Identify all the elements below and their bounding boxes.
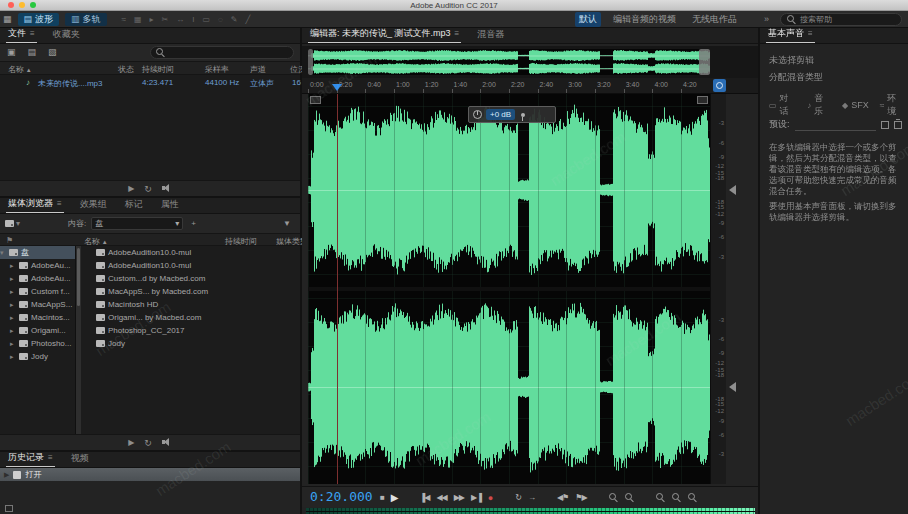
collapse-arrow-icon[interactable]: ▸ [10, 327, 16, 335]
zoom-out-time-button[interactable] [609, 493, 618, 502]
left-channel-handle[interactable] [729, 185, 736, 195]
media-tree-item[interactable]: ▸MacAppS... [0, 298, 75, 311]
preset-dropdown[interactable] [795, 119, 876, 131]
media-tree-item[interactable]: ▸Origami... [0, 324, 75, 337]
zoom-out-amplitude-button[interactable] [656, 493, 665, 502]
media-tree-root[interactable]: ▾盘 [0, 246, 75, 259]
tab-editor-1[interactable]: 编辑器: 未来的传说_ 测试文件.mp3≡ [308, 25, 461, 43]
add-shortcut-icon[interactable]: + [191, 219, 196, 228]
range-grip-icon[interactable] [310, 96, 321, 104]
tab-editor-2[interactable]: 混音器 [475, 26, 506, 43]
zoom-selection-button[interactable] [688, 493, 697, 502]
collapse-arrow-icon[interactable]: ▸ [10, 314, 16, 322]
contents-dropdown[interactable]: 盘▾ [91, 217, 183, 230]
media-list-item[interactable]: Custom...d by Macbed.com [82, 272, 300, 285]
media-list-item[interactable]: Photoshop_CC_2017 [82, 324, 300, 337]
time-display[interactable]: 0:20.000 [310, 489, 373, 504]
waveform-canvas[interactable] [308, 94, 710, 484]
spot-healing-brush-icon[interactable]: ╱ [245, 15, 250, 24]
zoom-navigator[interactable] [302, 46, 758, 78]
media-tree-item[interactable]: ▸Jody [0, 350, 75, 363]
lasso-selection-tool-icon[interactable]: ◌ [218, 15, 223, 24]
media-tree-item[interactable]: ▸Custom f... [0, 285, 75, 298]
skip-to-end-button[interactable]: ▶▐ [471, 493, 481, 503]
workspace-2[interactable]: 编辑音频的视频 [609, 12, 680, 27]
navigator-right-handle[interactable] [699, 49, 710, 75]
expand-arrow-icon[interactable]: ▾ [0, 249, 6, 257]
tab-history-2[interactable]: 视频 [69, 450, 91, 467]
hud-gain-value[interactable]: +0 dB [486, 109, 515, 120]
mix-type-1-button[interactable]: ▭对话 [769, 92, 796, 118]
multitrack-view-button[interactable]: ▥多轨 [65, 13, 107, 26]
zoom-in-amplitude-button[interactable] [672, 493, 681, 502]
media-loop-preview-icon[interactable]: ↻ [144, 438, 152, 448]
play-button[interactable]: ▶ [391, 493, 398, 503]
media-speaker-icon[interactable] [162, 438, 172, 447]
workspace-overflow-icon[interactable]: » [764, 14, 769, 24]
workspace-1[interactable]: 默认 [575, 12, 601, 27]
brush-selection-tool-icon[interactable]: ✎ [231, 15, 238, 24]
tab-files-1[interactable]: 文件≡ [6, 25, 37, 43]
file-row[interactable]: ♪ 未来的传说....mp3 4:23.471 44100 Hz 立体声 16 [0, 78, 300, 91]
tab-media-2[interactable]: 效果组 [78, 196, 109, 213]
tab-media-1[interactable]: 媒体浏览器≡ [6, 195, 64, 213]
panel-menu-icon[interactable]: ≡ [57, 199, 62, 208]
media-tree-item[interactable]: ▸Photosho... [0, 337, 75, 350]
waveform-display[interactable] [308, 94, 710, 484]
tab-media-3[interactable]: 标记 [123, 196, 145, 213]
panel-menu-icon[interactable]: ≡ [455, 29, 460, 38]
skip-selection-button[interactable]: → [528, 493, 535, 503]
files-column-2[interactable]: 状态 [118, 64, 134, 75]
level-meters[interactable] [306, 508, 755, 514]
ruler-time-icon[interactable] [713, 79, 726, 92]
open-file-icon[interactable]: ▤ [28, 45, 37, 60]
history-entry-row[interactable]: ▶ 打开 [0, 468, 300, 481]
stop-button[interactable]: ■ [380, 493, 384, 503]
files-column-4[interactable]: 采样率 [205, 64, 229, 75]
move-tool-icon[interactable]: ▸ [150, 15, 154, 24]
marquee-selection-tool-icon[interactable]: ▭ [202, 15, 210, 24]
media-list-item[interactable]: MacAppS... by Macbed.com [82, 285, 300, 298]
media-preview-play-icon[interactable]: ▶ [128, 438, 134, 447]
tab-history-1[interactable]: 历史记录≡ [6, 449, 55, 467]
media-tree-item[interactable]: ▸AdobeAu... [0, 272, 75, 285]
zoom-in-time-button[interactable] [625, 493, 634, 502]
next-marker-button[interactable]: ⚑▶ [575, 493, 586, 503]
preview-play-icon[interactable]: ▶ [128, 184, 134, 193]
panel-menu-icon[interactable]: ≡ [48, 453, 53, 462]
playhead-marker[interactable] [332, 84, 342, 91]
import-file-icon[interactable]: ▣ [7, 45, 16, 60]
tab-media-4[interactable]: 属性 [159, 196, 181, 213]
media-list-item[interactable]: Jody [82, 337, 300, 350]
previous-marker-button[interactable]: ◀⚑ [557, 493, 568, 503]
history-footer-icon[interactable] [5, 505, 13, 512]
amplitude-ruler[interactable]: -3-3-6-6-9-9-12-12-15-15-18-18-3-3-6-6-9… [710, 94, 726, 484]
collapse-arrow-icon[interactable]: ▸ [10, 353, 16, 361]
show-waveform-icon[interactable]: ≈ [122, 15, 126, 24]
tab-files-2[interactable]: 收藏夹 [51, 26, 82, 43]
collapse-arrow-icon[interactable]: ▸ [10, 275, 16, 283]
panel-menu-icon[interactable]: ≡ [30, 29, 35, 38]
navigator-left-handle[interactable] [308, 49, 313, 75]
collapse-arrow-icon[interactable]: ▸ [10, 262, 16, 270]
record-button[interactable]: ● [488, 493, 493, 503]
media-list-item[interactable]: Macintosh HD [82, 298, 300, 311]
files-column-3[interactable]: 持续时间 [142, 64, 174, 75]
skip-to-start-button[interactable]: ▐◀ [420, 493, 430, 503]
fast-forward-button[interactable]: ▶▶ [454, 493, 464, 503]
volume-knob-icon[interactable] [473, 110, 482, 119]
files-search-field[interactable] [150, 46, 294, 59]
loop-playback-button[interactable]: ↻ [515, 493, 521, 503]
speaker-icon[interactable] [162, 184, 172, 193]
time-selection-tool-icon[interactable]: I [192, 15, 194, 24]
rewind-button[interactable]: ◀◀ [436, 493, 446, 503]
media-list-item[interactable]: Origami... by Macbed.com [82, 311, 300, 324]
drive-dropdown-arrow-icon[interactable]: ▾ [16, 219, 20, 228]
hud-pin-icon[interactable] [521, 113, 525, 117]
filter-icon[interactable]: ▼ [283, 219, 291, 228]
collapse-arrow-icon[interactable]: ▸ [10, 340, 16, 348]
files-column-1[interactable]: 名称 ▲ [8, 64, 32, 75]
media-tree-scrollbar[interactable] [76, 246, 81, 434]
loop-preview-icon[interactable]: ↻ [144, 184, 152, 194]
collapse-arrow-icon[interactable]: ▸ [10, 288, 16, 296]
